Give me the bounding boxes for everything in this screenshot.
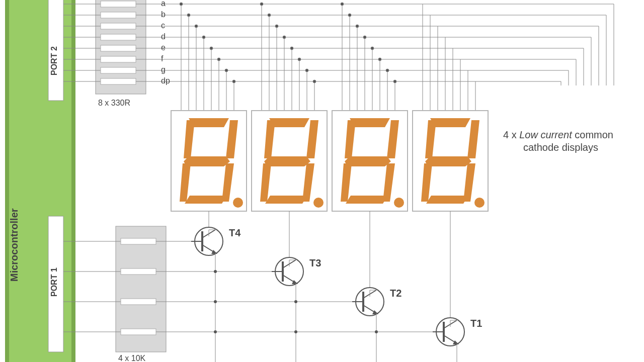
svg-point-41	[210, 47, 213, 50]
svg-point-116	[313, 198, 324, 208]
cathode-wires	[209, 211, 450, 327]
svg-point-65	[341, 3, 344, 6]
svg-point-189	[214, 330, 217, 333]
svg-marker-109	[269, 118, 309, 127]
circuit-diagram: Microcontroller PORT 2 PORT 1 a b c d e …	[0, 0, 644, 362]
svg-point-79	[393, 80, 396, 83]
svg-point-51	[268, 14, 271, 17]
board-edge-right	[71, 0, 75, 362]
segment-drop-wires	[180, 3, 614, 111]
svg-marker-123	[345, 156, 391, 166]
svg-marker-115	[264, 156, 310, 166]
svg-text:c: c	[161, 21, 165, 30]
svg-rect-144	[121, 299, 156, 305]
svg-text:a: a	[161, 0, 166, 8]
svg-rect-138	[121, 238, 156, 244]
svg-point-75	[378, 58, 381, 61]
svg-point-47	[232, 80, 235, 83]
svg-point-192	[375, 330, 378, 333]
svg-point-33	[180, 3, 183, 6]
svg-rect-17	[101, 45, 136, 51]
t3-label: T3	[309, 257, 321, 268]
mcu-label: Microcontroller	[9, 208, 20, 282]
svg-rect-1	[101, 1, 136, 7]
svg-point-63	[313, 80, 316, 83]
svg-point-132	[474, 198, 485, 208]
svg-point-61	[305, 69, 308, 72]
svg-point-190	[294, 300, 297, 303]
svg-rect-9	[101, 23, 136, 29]
svg-marker-104	[185, 196, 227, 204]
svg-marker-120	[346, 196, 388, 204]
svg-text:b: b	[161, 10, 166, 19]
svg-rect-25	[101, 67, 136, 73]
svg-point-37	[195, 25, 198, 28]
transistors: T4 T3 T2	[191, 227, 482, 362]
svg-point-73	[371, 47, 374, 50]
port2-label: PORT 2	[50, 46, 58, 75]
svg-text:g: g	[161, 65, 166, 74]
svg-point-71	[363, 36, 366, 39]
svg-rect-21	[101, 56, 136, 62]
svg-rect-147	[121, 329, 156, 335]
svg-rect-13	[101, 34, 136, 40]
svg-marker-101	[189, 118, 229, 127]
svg-point-49	[260, 3, 263, 6]
svg-rect-141	[121, 268, 156, 275]
svg-point-43	[217, 58, 220, 61]
svg-text:e: e	[161, 43, 166, 52]
svg-point-67	[348, 14, 351, 17]
svg-marker-125	[430, 118, 470, 127]
res2-label: 4 x 10K	[118, 354, 146, 362]
svg-rect-5	[101, 12, 136, 18]
svg-point-35	[187, 14, 190, 17]
board-edge-left	[5, 0, 9, 362]
svg-point-39	[202, 36, 205, 39]
port1-label: PORT 1	[50, 267, 58, 297]
svg-marker-131	[425, 156, 471, 166]
svg-marker-112	[265, 196, 307, 204]
display-label-line1: 4 x Low current common	[503, 129, 613, 140]
svg-rect-29	[101, 78, 136, 84]
svg-point-53	[275, 25, 278, 28]
t1-label: T1	[470, 318, 482, 329]
display-label-line2: cathode displays	[523, 142, 598, 153]
t2-label: T2	[390, 288, 401, 299]
svg-marker-128	[426, 196, 468, 204]
svg-point-69	[356, 25, 359, 28]
svg-point-59	[298, 58, 301, 61]
svg-marker-117	[350, 118, 390, 127]
svg-point-55	[283, 36, 286, 39]
svg-point-191	[294, 330, 297, 333]
svg-point-188	[214, 300, 217, 303]
svg-text:f: f	[161, 54, 164, 63]
svg-point-108	[233, 198, 243, 208]
seven-segment-displays	[171, 111, 488, 211]
svg-point-187	[214, 270, 217, 273]
svg-point-124	[394, 198, 404, 208]
t4-label: T4	[229, 227, 241, 238]
svg-marker-107	[184, 156, 230, 166]
svg-text:d: d	[161, 32, 166, 41]
svg-text:dp: dp	[161, 76, 170, 85]
svg-point-57	[290, 47, 293, 50]
res1-label: 8 x 330R	[98, 99, 130, 107]
mcu-board	[5, 0, 75, 362]
svg-point-77	[386, 69, 389, 72]
svg-point-45	[225, 69, 228, 72]
